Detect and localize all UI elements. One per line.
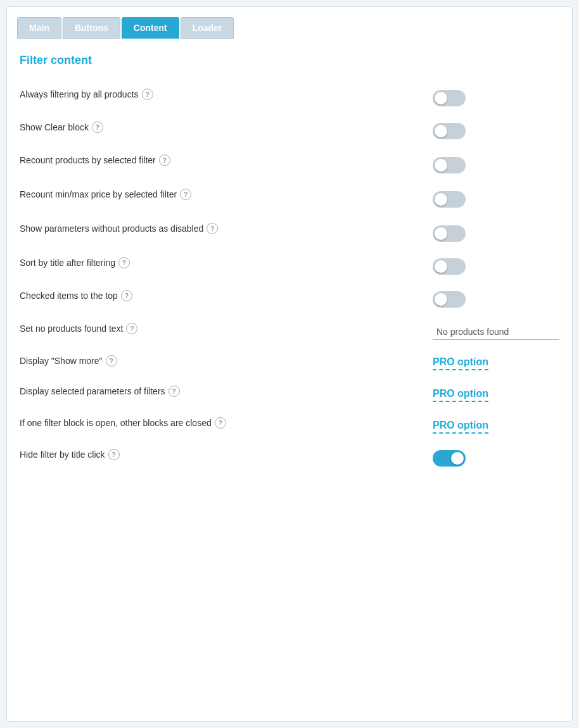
setting-control-show-clear-block [433, 122, 559, 139]
help-icon-recount-min-max[interactable]: ? [180, 189, 191, 200]
label-text-recount-products: Recount products by selected filter [20, 155, 156, 165]
tab-loader[interactable]: Loader [181, 17, 234, 39]
setting-label-sort-by-title: Sort by title after filtering? [20, 257, 130, 268]
label-text-show-params-disabled: Show parameters without products as disa… [20, 223, 203, 234]
setting-control-checked-items-top [433, 290, 559, 308]
main-container: MainButtonsContentLoader Filter content … [6, 6, 573, 722]
help-icon-display-show-more[interactable]: ? [106, 355, 117, 367]
setting-control-hide-filter-title [433, 449, 559, 467]
label-text-recount-min-max: Recount min/max price by selected filter [20, 189, 177, 199]
setting-control-recount-products [433, 154, 559, 173]
setting-label-checked-items-top: Checked items to the top? [20, 290, 132, 301]
help-icon-hide-filter-title[interactable]: ? [108, 449, 120, 460]
help-icon-show-clear-block[interactable]: ? [92, 122, 103, 133]
setting-row-hide-filter-title: Hide filter by title click? [20, 441, 559, 474]
label-text-show-clear-block: Show Clear block [20, 122, 89, 132]
help-icon-always-filtering[interactable]: ? [142, 89, 153, 100]
pro-option-display-selected-params[interactable]: PRO option [433, 388, 488, 402]
pro-option-display-show-more[interactable]: PRO option [433, 356, 488, 370]
setting-label-recount-min-max: Recount min/max price by selected filter… [20, 189, 191, 200]
setting-row-recount-products: Recount products by selected filter? [20, 147, 559, 181]
toggle-hide-filter-title[interactable] [433, 450, 466, 467]
setting-control-display-show-more: PRO option [433, 355, 559, 370]
setting-label-one-filter-open: If one filter block is open, other block… [20, 417, 226, 429]
toggle-show-clear-block[interactable] [433, 123, 466, 139]
setting-row-one-filter-open: If one filter block is open, other block… [20, 410, 559, 441]
toggle-recount-products[interactable] [433, 157, 466, 173]
toggle-sort-by-title[interactable] [433, 258, 466, 275]
help-icon-sort-by-title[interactable]: ? [118, 257, 130, 268]
setting-control-sort-by-title [433, 257, 559, 275]
label-text-no-products-text: Set no products found text [20, 323, 123, 334]
tab-main[interactable]: Main [17, 17, 61, 39]
settings-list: Always filtering by all products?Show Cl… [20, 81, 559, 474]
setting-row-display-selected-params: Display selected parameters of filters?P… [20, 378, 559, 410]
setting-label-recount-products: Recount products by selected filter? [20, 154, 170, 166]
setting-label-display-show-more: Display "Show more"? [20, 355, 117, 367]
setting-row-always-filtering: Always filtering by all products? [20, 81, 559, 114]
content-area: Filter content Always filtering by all p… [7, 39, 572, 487]
setting-label-hide-filter-title: Hide filter by title click? [20, 449, 120, 460]
setting-control-one-filter-open: PRO option [433, 417, 559, 434]
setting-row-checked-items-top: Checked items to the top? [20, 282, 559, 315]
setting-label-show-clear-block: Show Clear block? [20, 122, 103, 133]
help-icon-no-products-text[interactable]: ? [126, 323, 137, 334]
setting-control-recount-min-max [433, 189, 559, 208]
label-text-display-selected-params: Display selected parameters of filters [20, 386, 165, 396]
setting-row-display-show-more: Display "Show more"?PRO option [20, 348, 559, 378]
setting-label-show-params-disabled: Show parameters without products as disa… [20, 223, 218, 234]
help-icon-checked-items-top[interactable]: ? [121, 290, 132, 301]
setting-control-always-filtering [433, 89, 559, 106]
text-input-no-products-text[interactable] [433, 324, 559, 340]
tab-bar: MainButtonsContentLoader [7, 7, 572, 39]
label-text-display-show-more: Display "Show more" [20, 356, 103, 366]
label-text-one-filter-open: If one filter block is open, other block… [20, 418, 212, 428]
tab-buttons[interactable]: Buttons [63, 17, 120, 39]
help-icon-recount-products[interactable]: ? [159, 154, 170, 166]
label-text-checked-items-top: Checked items to the top [20, 291, 118, 301]
label-text-always-filtering: Always filtering by all products [20, 89, 139, 99]
setting-row-show-clear-block: Show Clear block? [20, 114, 559, 147]
setting-row-no-products-text: Set no products found text? [20, 315, 559, 348]
setting-control-display-selected-params: PRO option [433, 386, 559, 402]
tab-content[interactable]: Content [122, 17, 179, 39]
setting-label-always-filtering: Always filtering by all products? [20, 89, 153, 100]
toggle-always-filtering[interactable] [433, 90, 466, 106]
setting-control-no-products-text [433, 323, 559, 340]
setting-row-sort-by-title: Sort by title after filtering? [20, 249, 559, 282]
pro-option-one-filter-open[interactable]: PRO option [433, 420, 488, 434]
setting-label-display-selected-params: Display selected parameters of filters? [20, 386, 180, 397]
help-icon-one-filter-open[interactable]: ? [215, 417, 226, 429]
setting-row-recount-min-max: Recount min/max price by selected filter… [20, 181, 559, 215]
toggle-show-params-disabled[interactable] [433, 225, 466, 242]
setting-label-no-products-text: Set no products found text? [20, 323, 137, 334]
setting-control-show-params-disabled [433, 223, 559, 242]
label-text-hide-filter-title: Hide filter by title click [20, 449, 105, 460]
section-title: Filter content [20, 54, 559, 67]
help-icon-show-params-disabled[interactable]: ? [207, 223, 218, 234]
help-icon-display-selected-params[interactable]: ? [169, 386, 180, 397]
setting-row-show-params-disabled: Show parameters without products as disa… [20, 215, 559, 249]
toggle-checked-items-top[interactable] [433, 291, 466, 308]
toggle-recount-min-max[interactable] [433, 191, 466, 208]
label-text-sort-by-title: Sort by title after filtering [20, 258, 115, 268]
